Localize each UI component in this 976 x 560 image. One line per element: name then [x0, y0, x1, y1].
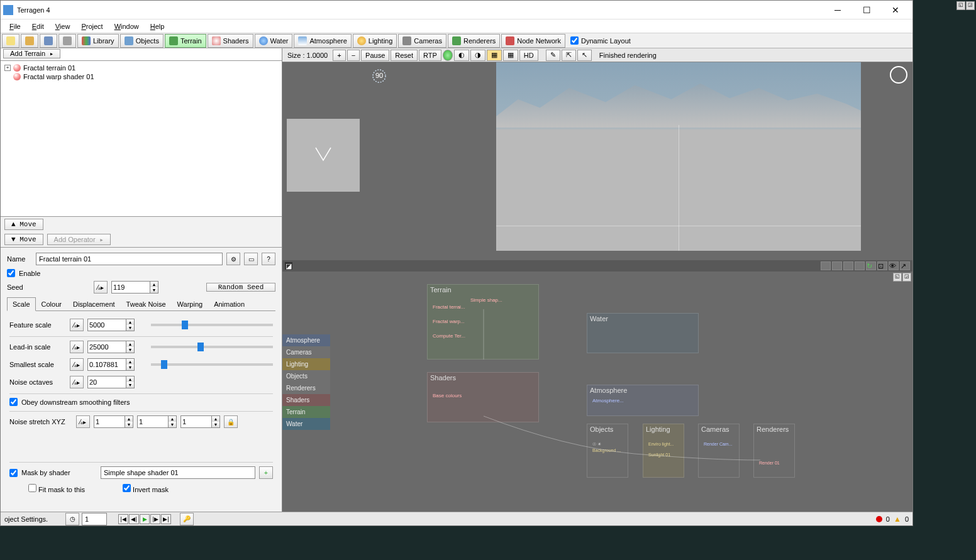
cameras-button[interactable]: Cameras [398, 34, 446, 48]
node-network-button[interactable]: Node Network [501, 34, 565, 48]
seed-input[interactable] [111, 281, 150, 294]
restore-icon[interactable]: ◱ [893, 273, 902, 282]
smallest-scale-slider[interactable] [151, 363, 273, 366]
open-button[interactable] [21, 34, 38, 48]
tool1-button[interactable]: ◐ [454, 50, 469, 61]
move-up-button[interactable]: ▲ Move [4, 219, 43, 230]
help-icon[interactable]: ? [262, 253, 275, 265]
refresh-icon[interactable]: ↻ [866, 261, 876, 270]
tool4-button[interactable]: ▦ [503, 50, 518, 61]
enable-checkbox[interactable]: Enable [7, 269, 275, 277]
dropper-icon[interactable]: ⇱ [562, 50, 576, 61]
feature-scale-slider[interactable] [151, 324, 273, 326]
leadin-scale-slider[interactable] [151, 346, 273, 348]
mask-shader-input[interactable] [101, 466, 255, 479]
rtp-button[interactable]: RTP [419, 50, 441, 61]
preview-icon[interactable]: ▭ [244, 253, 258, 265]
node-compute[interactable]: Compute Ter... [433, 333, 533, 339]
fit-mask-checkbox[interactable]: Fit mask to this [28, 484, 85, 493]
group-shaders[interactable]: Shaders Base colours [427, 372, 539, 422]
terrain-button[interactable]: Terrain [165, 34, 206, 48]
tab-scale[interactable]: Scale [7, 297, 36, 311]
group-water[interactable]: Water [587, 313, 699, 353]
nt2-button[interactable] [832, 261, 842, 270]
nt3-button[interactable] [843, 261, 853, 270]
last-frame-button[interactable]: ▶| [161, 514, 171, 524]
size-minus-button[interactable]: − [347, 50, 360, 61]
play-button[interactable]: ▶ [140, 514, 150, 524]
nt4-button[interactable] [855, 261, 865, 270]
node-render-cam[interactable]: Render Cam... [704, 442, 734, 446]
group-lighting[interactable]: Lighting Enviro light... Sunlight 01 [643, 424, 684, 478]
random-seed-button[interactable]: Random Seed [206, 283, 275, 292]
node-fractal-terrain[interactable]: Fractal terrai... [433, 304, 533, 310]
anim-icon[interactable]: ⁄ₐ▸ [94, 281, 108, 294]
nt1-button[interactable] [821, 261, 831, 270]
pause-button[interactable]: Pause [361, 50, 389, 61]
node-fractal-warp[interactable]: Fractal warp... [433, 319, 533, 324]
node-atmosphere[interactable]: Atmosphere... [592, 398, 693, 404]
water-button[interactable]: Water [255, 34, 293, 48]
tab-tweak-noise[interactable]: Tweak Noise [121, 297, 172, 311]
cat-renderers[interactable]: Renderers [282, 382, 330, 394]
hd-button[interactable]: HD [519, 50, 538, 61]
stretch-x-input[interactable] [94, 415, 125, 428]
anim-icon[interactable]: ⁄ₐ▸ [70, 319, 84, 331]
warning-icon[interactable]: ▲ [894, 515, 901, 524]
eye-icon[interactable]: 👁 [889, 261, 899, 270]
mask-by-shader-checkbox[interactable]: Mask by shader + [9, 466, 273, 479]
invert-mask-checkbox[interactable]: Invert mask [123, 484, 169, 493]
max-icon[interactable]: ◲ [902, 273, 911, 282]
obey-checkbox[interactable]: Obey downstream smoothing filters [9, 398, 273, 406]
node-sunlight[interactable]: Sunlight 01 [648, 453, 679, 457]
group-cameras[interactable]: Cameras Render Cam... [698, 424, 740, 478]
project-settings-label[interactable]: oject Settings. [4, 515, 48, 523]
cursor-icon[interactable]: ↖ [577, 50, 592, 61]
cat-water[interactable]: Water [282, 418, 330, 430]
node-simple-shape[interactable]: Simple shap... [470, 297, 533, 303]
green-orb-icon[interactable] [443, 50, 453, 61]
noise-octaves-input[interactable] [87, 376, 126, 388]
anim-icon[interactable]: ⁄ₐ▸ [70, 358, 84, 371]
save-button[interactable] [40, 34, 57, 48]
tree-item-fractal-warp[interactable]: Fractal warp shader 01 [3, 72, 279, 81]
expand-icon[interactable]: + [4, 65, 11, 71]
menu-file[interactable]: File [4, 21, 26, 31]
nt6-button[interactable]: ↗ [900, 261, 910, 270]
add-terrain-button[interactable]: Add Terrain ▸ [3, 49, 60, 58]
group-atmosphere[interactable]: Atmosphere Atmosphere... [587, 385, 699, 416]
stretch-z-input[interactable] [180, 415, 212, 428]
node-render01[interactable]: Render 01 [759, 461, 789, 465]
reset-button[interactable]: Reset [391, 50, 418, 61]
menu-project[interactable]: Project [76, 21, 108, 31]
cat-lighting[interactable]: Lighting [282, 358, 330, 370]
node-network-view[interactable]: ◱◲ Atmosphere Cameras Lighting Objects R… [282, 272, 912, 512]
anim-icon[interactable]: ⁄ₐ▸ [70, 376, 84, 388]
minimize-button[interactable]: ─ [823, 1, 852, 19]
lock-icon[interactable]: 🔒 [224, 415, 238, 428]
cat-atmosphere[interactable]: Atmosphere [282, 334, 330, 346]
anim-icon[interactable]: ⁄ₐ▸ [70, 341, 84, 353]
dynamic-layout-checkbox[interactable]: Dynamic Layout [570, 36, 631, 45]
maximize-button[interactable]: ☐ [852, 1, 881, 19]
compass-icon[interactable] [890, 66, 907, 84]
menu-window[interactable]: Window [109, 21, 144, 31]
first-frame-button[interactable]: |◀ [118, 514, 128, 524]
menu-view[interactable]: View [50, 21, 75, 31]
atmosphere-button[interactable]: Atmosphere [294, 34, 351, 48]
contrast-icon[interactable]: ◪ [285, 262, 292, 270]
leadin-scale-input[interactable] [87, 341, 126, 353]
new-button[interactable] [2, 34, 19, 48]
smallest-scale-input[interactable] [87, 358, 126, 371]
tab-colour[interactable]: Colour [36, 297, 67, 311]
key-icon[interactable]: 🔑 [180, 513, 194, 525]
move-down-button[interactable]: ▼ Move [4, 234, 43, 245]
shaders-button[interactable]: Shaders [208, 34, 253, 48]
add-icon[interactable]: + [259, 466, 273, 479]
tree-item-fractal-terrain[interactable]: +Fractal terrain 01 [3, 63, 279, 72]
tool3-button[interactable]: ▦ [487, 50, 502, 61]
anim-icon[interactable]: ⁄ₐ▸ [76, 415, 90, 428]
objects-button[interactable]: Objects [120, 34, 164, 48]
cat-cameras[interactable]: Cameras [282, 346, 330, 358]
tab-displacement[interactable]: Displacement [67, 297, 121, 311]
